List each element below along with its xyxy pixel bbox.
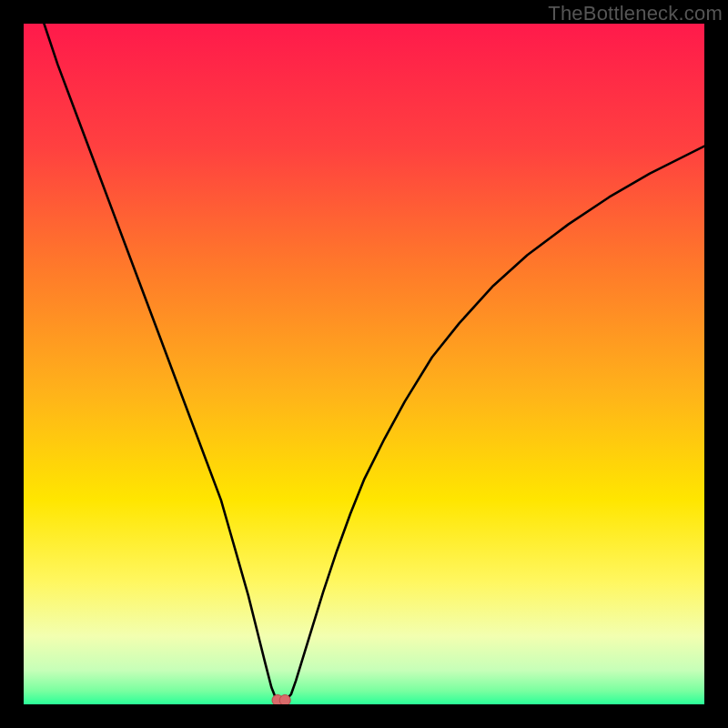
chart-frame bbox=[24, 24, 704, 704]
watermark-text: TheBottleneck.com bbox=[548, 2, 723, 25]
marker-dot bbox=[279, 695, 290, 704]
marker-dots bbox=[272, 695, 290, 704]
gradient-background bbox=[24, 24, 704, 704]
bottleneck-chart bbox=[24, 24, 704, 704]
